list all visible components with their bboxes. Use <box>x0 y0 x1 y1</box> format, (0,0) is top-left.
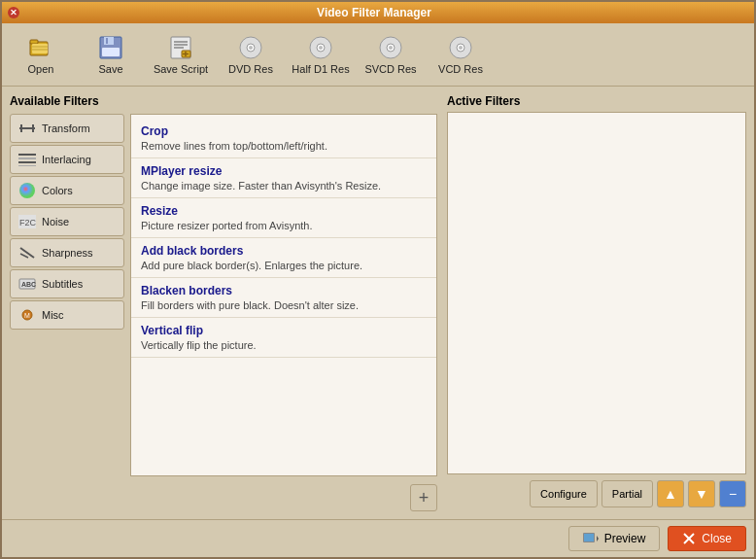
filter-mplayer-desc: Change image size. Faster than Avisynth'… <box>141 180 427 192</box>
svg-line-39 <box>20 254 28 258</box>
svg-marker-46 <box>597 536 599 542</box>
svg-rect-1 <box>30 40 38 44</box>
down-icon: ▼ <box>695 486 708 502</box>
toolbar: Open Save <box>2 23 754 87</box>
close-button[interactable]: ✕ <box>8 7 19 18</box>
svg-text:ABC: ABC <box>21 281 36 288</box>
svcd-res-button[interactable]: SVCD Res <box>360 27 422 82</box>
filter-list: Crop Remove lines from top/bottom/left/r… <box>131 115 436 475</box>
category-noise[interactable]: F2C Noise <box>10 207 124 236</box>
dvd-res-icon <box>237 34 264 61</box>
filter-list-scroll[interactable]: Crop Remove lines from top/bottom/left/r… <box>130 114 437 476</box>
svg-rect-34 <box>18 165 36 166</box>
filter-item-mplayer[interactable]: MPlayer resize Change image size. Faster… <box>131 158 436 198</box>
svg-rect-2 <box>32 44 48 53</box>
active-filters-buttons: Configure Partial ▲ ▼ − <box>447 480 746 507</box>
svg-point-24 <box>389 46 393 50</box>
dvd-res-label: DVD Res <box>228 63 273 75</box>
filter-categories: Available Filters Transform <box>10 94 124 511</box>
subtitles-label: Subtitles <box>42 278 83 290</box>
interlacing-label: Interlacing <box>42 154 91 165</box>
category-sharpness[interactable]: Sharpness <box>10 238 124 267</box>
remove-filter-button[interactable]: − <box>719 480 746 507</box>
open-button[interactable]: Open <box>10 27 72 82</box>
svg-rect-45 <box>584 534 594 542</box>
filter-blacken-borders-desc: Fill borders with pure black. Doesn't al… <box>141 299 427 311</box>
vcd-res-icon <box>447 34 474 61</box>
save-script-button[interactable]: Save Script <box>150 27 212 82</box>
half-d1-label: Half D1 Res <box>292 63 349 75</box>
preview-label: Preview <box>604 532 646 545</box>
filter-list-container: Crop Remove lines from top/bottom/left/r… <box>130 94 437 511</box>
interlacing-icon <box>18 151 36 168</box>
minus-icon: − <box>729 486 737 502</box>
category-transform[interactable]: Transform <box>10 114 124 143</box>
filter-item-vflip[interactable]: Vertical flip Vertically flip the pictur… <box>131 318 436 358</box>
svg-point-18 <box>249 46 253 50</box>
titlebar-controls: ✕ <box>8 7 19 18</box>
svg-rect-8 <box>102 48 120 56</box>
close-icon <box>682 532 696 545</box>
save-script-label: Save Script <box>154 63 208 75</box>
filter-item-resize[interactable]: Resize Picture resizer ported from Avisy… <box>131 198 436 238</box>
filter-item-blacken-borders[interactable]: Blacken borders Fill borders with pure b… <box>131 278 436 318</box>
transform-label: Transform <box>42 122 90 134</box>
filter-vflip-title: Vertical flip <box>141 324 427 337</box>
open-icon <box>27 34 54 61</box>
half-d1-icon <box>307 34 334 61</box>
category-colors[interactable]: Colors <box>10 176 124 205</box>
add-icon: + <box>419 488 430 508</box>
sharpness-label: Sharpness <box>42 247 93 259</box>
filter-black-borders-title: Add black borders <box>141 244 427 258</box>
filter-item-crop[interactable]: Crop Remove lines from top/bottom/left/r… <box>131 119 436 158</box>
colors-label: Colors <box>42 185 73 196</box>
up-icon: ▲ <box>664 486 677 502</box>
svg-point-21 <box>319 46 323 50</box>
misc-icon: M <box>18 306 36 324</box>
add-filter-button[interactable]: + <box>410 484 437 511</box>
svg-text:F2C: F2C <box>19 218 36 227</box>
half-d1-button[interactable]: Half D1 Res <box>290 27 352 82</box>
filter-vflip-desc: Vertically flip the picture. <box>141 339 427 351</box>
main-window: ✕ Video Filter Manager Open <box>0 0 756 559</box>
filter-resize-title: Resize <box>141 204 427 218</box>
filter-item-black-borders[interactable]: Add black borders Add pure black border(… <box>131 238 436 278</box>
category-subtitles[interactable]: ABC Subtitles <box>10 269 124 298</box>
noise-icon: F2C <box>18 213 36 230</box>
svg-text:M: M <box>24 312 30 319</box>
save-button[interactable]: Save <box>80 27 142 82</box>
left-panel: Available Filters Transform <box>10 94 437 511</box>
configure-button[interactable]: Configure <box>530 480 598 507</box>
subtitles-icon: ABC <box>18 275 36 293</box>
move-up-button[interactable]: ▲ <box>657 480 684 507</box>
preview-button[interactable]: Preview <box>568 526 661 551</box>
svg-rect-31 <box>18 154 36 156</box>
close-button[interactable]: Close <box>668 526 746 551</box>
save-icon <box>97 34 124 61</box>
open-label: Open <box>28 63 54 75</box>
vcd-res-label: VCD Res <box>438 63 483 75</box>
partial-button[interactable]: Partial <box>601 480 653 507</box>
vcd-res-button[interactable]: VCD Res <box>430 27 492 82</box>
filter-mplayer-title: MPlayer resize <box>141 164 427 178</box>
category-interlacing[interactable]: Interlacing <box>10 145 124 174</box>
main-content: Available Filters Transform <box>2 87 754 519</box>
close-label: Close <box>702 532 732 545</box>
filter-crop-title: Crop <box>141 124 427 138</box>
svg-line-38 <box>20 248 34 258</box>
svg-rect-32 <box>18 157 36 159</box>
right-panel: Active Filters Configure Partial ▲ ▼ − <box>447 94 746 511</box>
category-misc[interactable]: M Misc <box>10 300 124 330</box>
titlebar: ✕ Video Filter Manager <box>2 2 754 23</box>
svg-rect-6 <box>104 37 114 45</box>
filter-crop-desc: Remove lines from top/bottom/left/right. <box>141 140 427 152</box>
noise-label: Noise <box>42 216 69 227</box>
bottom-bar: Preview Close <box>2 519 754 557</box>
filter-black-borders-desc: Add pure black border(s). Enlarges the p… <box>141 260 427 271</box>
dvd-res-button[interactable]: DVD Res <box>220 27 282 82</box>
svg-rect-33 <box>18 161 36 163</box>
svg-point-35 <box>19 183 35 198</box>
active-filters-box <box>447 112 746 474</box>
save-script-icon <box>167 34 194 61</box>
move-down-button[interactable]: ▼ <box>688 480 715 507</box>
